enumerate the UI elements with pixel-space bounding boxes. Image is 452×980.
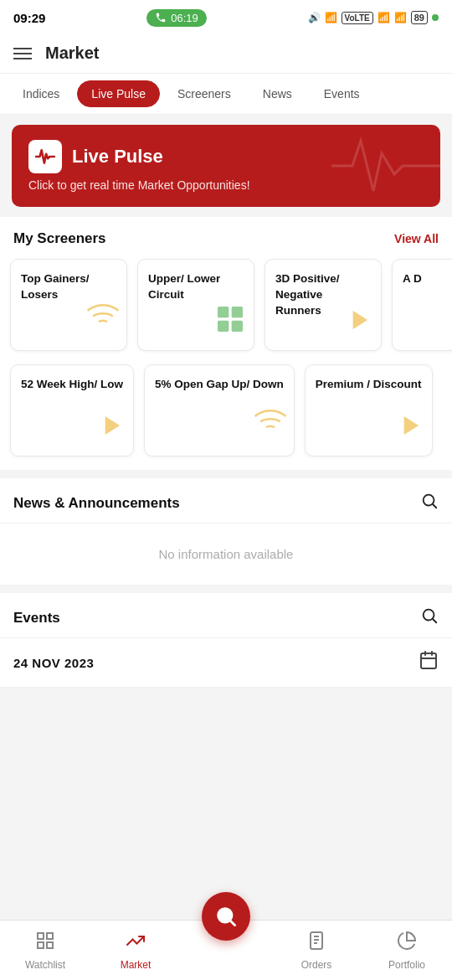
screener-card-5pct-gap[interactable]: 5% Open Gap Up/ Down — [144, 364, 295, 456]
screener-card-upper-lower[interactable]: Upper/ Lower Circuit — [137, 259, 254, 351]
live-pulse-banner[interactable]: Live Pulse Click to get real time Market… — [12, 125, 440, 207]
screener-icon-signal — [86, 302, 120, 343]
svg-rect-12 — [38, 933, 44, 939]
status-bar: 09:29 06:19 🔊 📶 VoLTE 📶 📶 89 — [0, 0, 452, 34]
screeners-row-2: 52 Week High/ Low 5% Open Gap Up/ Down P… — [0, 361, 452, 467]
events-header: Events — [0, 593, 452, 638]
screener-card-ad[interactable]: A D — [392, 259, 452, 351]
news-section: News & Announcements No information avai… — [0, 478, 452, 585]
status-time: 09:29 — [13, 11, 45, 25]
tab-news[interactable]: News — [249, 80, 306, 107]
nav-orders[interactable]: Orders — [271, 924, 362, 977]
svg-line-5 — [433, 504, 436, 508]
svg-rect-0 — [218, 307, 229, 317]
screeners-title: My Screeners — [13, 230, 106, 247]
search-fab-button[interactable] — [202, 892, 250, 941]
screener-card-52week[interactable]: 52 Week High/ Low — [10, 364, 134, 456]
svg-rect-2 — [218, 321, 229, 332]
svg-rect-8 — [421, 653, 436, 668]
tab-bar: Indices Live Pulse Screeners News Events — [0, 74, 452, 115]
news-search-button[interactable] — [420, 492, 439, 514]
status-call: 06:19 — [146, 9, 207, 27]
screener-icon-play-3 — [95, 410, 126, 449]
events-date: 24 NOV 2023 — [13, 656, 94, 670]
screeners-row-1: Top Gainers/ Losers Upper/ Lower Circuit — [0, 255, 452, 361]
svg-point-6 — [424, 610, 434, 621]
screener-card-premium-discount[interactable]: Premium / Discount — [305, 364, 433, 456]
status-icons: 🔊 📶 VoLTE 📶 📶 89 — [308, 11, 439, 24]
view-all-button[interactable]: View All — [394, 232, 439, 245]
svg-rect-14 — [38, 942, 44, 948]
nav-portfolio[interactable]: Portfolio — [362, 924, 452, 977]
orders-label: Orders — [301, 959, 332, 971]
tab-livepulse[interactable]: Live Pulse — [77, 80, 160, 107]
portfolio-icon — [397, 931, 417, 956]
svg-line-17 — [230, 921, 234, 925]
svg-rect-15 — [47, 942, 53, 948]
tab-events[interactable]: Events — [310, 80, 374, 107]
svg-rect-3 — [232, 321, 243, 332]
market-label: Market — [121, 959, 152, 971]
svg-point-4 — [424, 495, 434, 506]
svg-rect-1 — [232, 307, 243, 317]
watchlist-icon — [35, 931, 55, 956]
portfolio-label: Portfolio — [388, 959, 425, 971]
nav-watchlist[interactable]: Watchlist — [0, 924, 90, 977]
hamburger-menu[interactable] — [13, 48, 32, 59]
banner-bg-decoration — [331, 125, 440, 207]
orders-icon — [306, 931, 326, 956]
events-title: Events — [13, 610, 60, 627]
events-date-row: 24 NOV 2023 — [0, 638, 452, 688]
bottom-nav: Watchlist Market Orders P — [0, 920, 452, 980]
screener-icon-signal-2 — [254, 408, 287, 449]
events-section: Events 24 NOV 2023 — [0, 593, 452, 688]
green-dot — [432, 14, 439, 21]
svg-line-7 — [433, 619, 436, 622]
news-header: News & Announcements — [0, 478, 452, 524]
market-icon — [126, 931, 146, 956]
screener-card-top-gainers[interactable]: Top Gainers/ Losers — [10, 259, 127, 351]
tab-indices[interactable]: Indices — [8, 80, 74, 107]
events-search-button[interactable] — [420, 606, 439, 629]
header: Market — [0, 34, 452, 74]
watchlist-label: Watchlist — [25, 959, 65, 971]
screeners-section-header: My Screeners View All — [0, 217, 452, 255]
news-title: News & Announcements — [13, 495, 180, 512]
page-title: Market — [45, 44, 99, 63]
tab-screeners[interactable]: Screeners — [163, 80, 245, 107]
screener-icon-grid — [213, 302, 247, 343]
nav-market[interactable]: Market — [90, 924, 181, 977]
call-duration: 06:19 — [171, 12, 198, 24]
news-empty-state: No information available — [0, 524, 452, 585]
svg-rect-13 — [47, 933, 53, 939]
calendar-icon[interactable] — [419, 650, 439, 675]
screener-card-3d-runners[interactable]: 3D Positive/ Negative Runners — [265, 259, 382, 351]
battery-indicator: 89 — [411, 11, 428, 24]
pulse-icon — [28, 140, 62, 173]
screener-icon-play-4 — [393, 410, 425, 449]
screeners-section: My Screeners View All Top Gainers/ Loser… — [0, 217, 452, 470]
banner-title: Live Pulse — [72, 146, 163, 168]
